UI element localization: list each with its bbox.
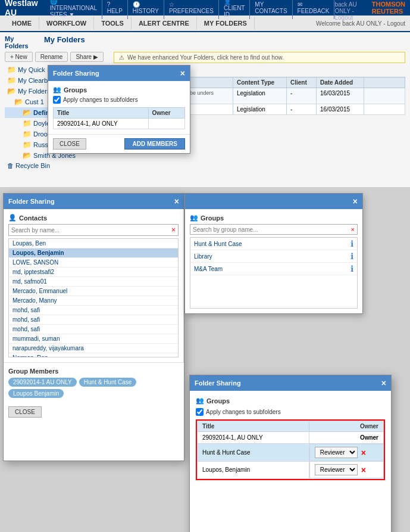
nav-history[interactable]: 🕐 HISTORY (128, 0, 164, 19)
apply-changes-checkbox-label[interactable]: Apply changes to subfolders (53, 96, 185, 104)
dialog-small-add-button[interactable]: ADD MEMBERS (124, 138, 185, 150)
delete-icon-2[interactable]: × (361, 465, 366, 475)
dialog-small: Folder Sharing × 👥 Groups Apply changes … (48, 65, 190, 154)
contacts-dialog-close-icon[interactable]: × (174, 197, 179, 206)
groups-panel-body: 👥 Groups × Hunt & Hunt Case ℹ Library ℹ … (185, 209, 362, 313)
share-button[interactable]: Share ▶ (70, 52, 103, 62)
col-contenttype: Content Type (233, 77, 287, 88)
dialog-small-header: Folder Sharing × (48, 66, 190, 81)
rename-button[interactable]: Rename (35, 52, 68, 62)
notification-bar[interactable]: ⚠ We have enhanced Your Folders, click h… (114, 52, 405, 63)
contacts-search-clear[interactable]: × (169, 225, 178, 235)
reviewer-groups-icon: 👥 (196, 397, 204, 405)
dialog-small-close-icon[interactable]: × (180, 69, 185, 78)
contact-item[interactable]: mohd, safi (9, 306, 178, 315)
nav-clientid[interactable]: 👤 CLIENT ID (219, 0, 250, 19)
group-list-item[interactable]: M&A Team ℹ (190, 263, 357, 275)
contact-item[interactable]: Norman, Ron (9, 353, 178, 357)
contact-item[interactable]: LOWE, SANSON (9, 258, 178, 267)
groups-search-input[interactable] (190, 225, 349, 234)
group-list-item[interactable]: Hunt & Hunt Case ℹ (190, 238, 357, 250)
cell-client: - (287, 88, 317, 104)
groups-icon: 👥 (53, 86, 61, 94)
groups-search-clear[interactable]: × (349, 225, 357, 234)
dialog-area: Folder Sharing × 👤 Contacts × Loupas, Be… (0, 187, 410, 372)
groups-list[interactable]: Hunt & Hunt Case ℹ Library ℹ M&A Team ℹ (190, 237, 358, 309)
contacts-dialog-footer: CLOSE (4, 403, 184, 421)
dialog-small-close-button[interactable]: CLOSE (53, 138, 86, 150)
contacts-search-input[interactable] (9, 226, 169, 235)
new-button[interactable]: + New (5, 52, 33, 62)
contact-item[interactable]: narapureddy, vijayakumara (9, 344, 178, 353)
contact-item[interactable]: Loupas, Ben (9, 239, 178, 248)
contact-item-selected[interactable]: Loupos, Benjamin (9, 248, 178, 258)
nav-workflow[interactable]: WORKFLOW (39, 17, 94, 30)
nav-tools[interactable]: TOOLS (94, 17, 132, 30)
cell-date: 16/03/2015 (317, 88, 364, 104)
nav-feedback[interactable]: ✉ FEEDBACK (293, 0, 335, 19)
group-table-col-title: Title (54, 108, 149, 119)
group-list-item[interactable]: Library ℹ (190, 250, 357, 263)
folder-icon: 📂 (23, 108, 32, 117)
contact-item[interactable]: mummadi, suman (9, 334, 178, 344)
folder-icon: 📁 (23, 119, 32, 127)
reviewer-role-cell-2: Reviewer Owner Viewer × (309, 461, 384, 478)
reviewer-row-2: Loupos, Benjamin Reviewer Owner Viewer × (198, 461, 384, 478)
group-table-col-owner: Owner (148, 108, 184, 119)
contacts-dialog: Folder Sharing × 👤 Contacts × Loupas, Be… (3, 193, 184, 461)
contact-item[interactable]: Mercado, Emmanuel (9, 287, 178, 296)
reviewer-dialog-header: Folder Sharing × (190, 375, 391, 391)
owner-row: 29092014-1, AU ONLY Owner (198, 432, 384, 444)
contact-item[interactable]: md, safmo01 (9, 277, 178, 287)
bin-icon: 🗑 (7, 162, 14, 169)
top-bar: Westlaw AU 🌐 INTERNATIONAL SITES ▼ ? HEL… (0, 0, 410, 15)
reviewer-name-1: Hunt & Hunt Case (198, 444, 309, 462)
delete-icon-1[interactable]: × (361, 448, 366, 458)
reviewer-select-2[interactable]: Reviewer Owner Viewer (315, 464, 358, 475)
nav-international[interactable]: 🌐 INTERNATIONAL SITES ▼ (45, 0, 102, 19)
info-icon[interactable]: ℹ (350, 239, 353, 248)
top-bar-left: Westlaw AU 🌐 INTERNATIONAL SITES ▼ ? HEL… (5, 0, 334, 19)
owner-role: Owner (309, 432, 383, 444)
reviewer-section-title: 👥 Groups (196, 397, 385, 405)
top-nav: 🌐 INTERNATIONAL SITES ▼ ? HELP 🕐 HISTORY… (45, 0, 335, 19)
folder-icon: 📁 (23, 141, 32, 149)
group-table-row: 29092014-1, AU ONLY (54, 119, 185, 129)
nav-preferences[interactable]: ☆ PREFERENCES (164, 0, 219, 19)
contacts-section-title: 👤 Contacts (8, 214, 179, 222)
nav-help[interactable]: ? HELP (102, 0, 128, 19)
group-name: Hunt & Hunt Case (194, 241, 242, 247)
contacts-list[interactable]: Loupas, Ben Loupos, Benjamin LOWE, SANSO… (8, 238, 179, 357)
folder-icon: 📁 (23, 130, 32, 138)
reviewer-spacer (196, 481, 385, 533)
info-icon[interactable]: ℹ (350, 264, 353, 273)
reviewer-apply-changes-label[interactable]: Apply changes to subfolders (196, 408, 385, 416)
top-bar-right: Welcome back AU ONLY - Logout THOMSON RE… (334, 0, 405, 21)
contacts-close-button[interactable]: CLOSE (8, 406, 42, 418)
contact-item[interactable]: mohd, safi (9, 325, 178, 334)
sidebar-item-recyclebin[interactable]: 🗑 Recycle Bin (5, 161, 109, 170)
col-client: Client (287, 77, 317, 88)
group-members-title: Group Members (8, 368, 179, 375)
cell-date: 16/03/2015 (317, 104, 364, 114)
groups-panel-close-icon[interactable]: × (353, 197, 358, 206)
reviewer-select-1[interactable]: Reviewer Owner Viewer (315, 447, 358, 458)
group-name: M&A Team (194, 266, 223, 272)
reviewer-apply-changes-checkbox[interactable] (196, 408, 204, 416)
nav-home[interactable]: HOME (5, 17, 39, 30)
nav-myfolders[interactable]: MY FOLDERS (197, 17, 255, 30)
nav-mycontacts[interactable]: MY CONTACTS (250, 0, 292, 19)
contact-item[interactable]: md, ipptestsafi2 (9, 267, 178, 277)
reviewer-table-header: Title Owner (198, 421, 384, 432)
nav-alertcentre[interactable]: ALERT CENTRE (132, 17, 197, 30)
contact-item[interactable]: mohd, safi (9, 315, 178, 325)
apply-changes-checkbox[interactable] (53, 96, 61, 104)
reviewer-dialog-close-icon[interactable]: × (381, 378, 386, 388)
reviewer-role-cell-1: Reviewer Owner Viewer × (309, 444, 384, 461)
reviewer-table-wrapper: Title Owner 29092014-1, AU ONLY Owner Hu… (196, 419, 385, 480)
reviewer-table: Title Owner 29092014-1, AU ONLY Owner Hu… (197, 421, 384, 479)
member-chip: Loupos Benjamin (8, 389, 64, 398)
contact-item[interactable]: Mercado, Manny (9, 296, 178, 306)
info-icon[interactable]: ℹ (350, 251, 353, 261)
sidebar-label: Cust 1 (25, 98, 44, 105)
